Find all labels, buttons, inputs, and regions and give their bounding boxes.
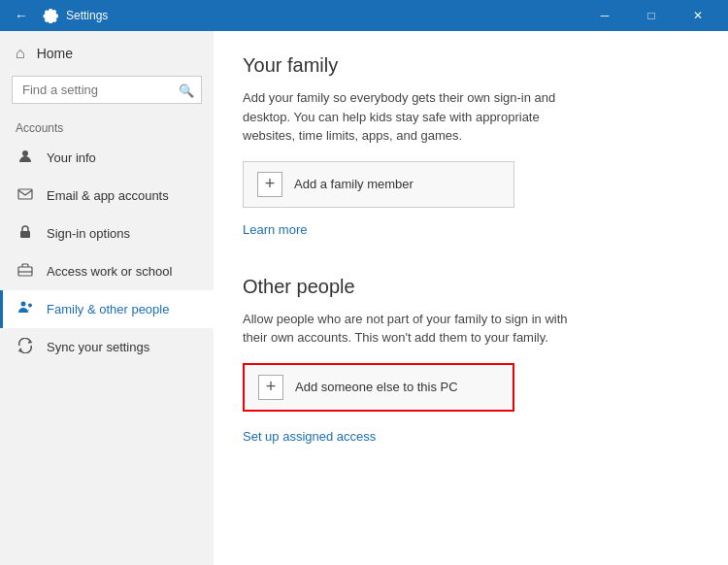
family-description: Add your family so everybody gets their … bbox=[243, 88, 592, 146]
other-people-section: Other people Allow people who are not pa… bbox=[243, 276, 699, 444]
your-info-icon bbox=[16, 149, 35, 167]
svg-point-5 bbox=[21, 302, 26, 307]
content-area: Your family Add your family so everybody… bbox=[214, 31, 728, 565]
access-work-label: Access work or school bbox=[47, 264, 172, 279]
add-someone-button[interactable]: + Add someone else to this PC bbox=[243, 363, 514, 412]
home-icon: ⌂ bbox=[16, 45, 25, 62]
email-icon bbox=[16, 186, 35, 205]
svg-point-0 bbox=[22, 150, 28, 156]
sidebar-item-family[interactable]: Family & other people bbox=[0, 290, 214, 328]
settings-app-icon bbox=[41, 6, 60, 25]
sync-label: Sync your settings bbox=[47, 340, 149, 354]
minimize-button[interactable]: ─ bbox=[582, 0, 627, 31]
maximize-button[interactable]: □ bbox=[629, 0, 674, 31]
other-people-title: Other people bbox=[243, 276, 699, 298]
family-title: Your family bbox=[243, 54, 699, 77]
sidebar-item-your-info[interactable]: Your info bbox=[0, 139, 214, 177]
close-button[interactable]: ✕ bbox=[676, 0, 720, 31]
search-box: 🔍 bbox=[12, 76, 202, 104]
svg-point-6 bbox=[28, 304, 32, 308]
add-family-button[interactable]: + Add a family member bbox=[243, 161, 514, 208]
learn-more-link[interactable]: Learn more bbox=[243, 222, 307, 237]
lock-icon bbox=[16, 224, 35, 243]
family-icon bbox=[16, 300, 35, 318]
set-access-link[interactable]: Set up assigned access bbox=[243, 429, 376, 444]
email-label: Email & app accounts bbox=[47, 188, 169, 203]
briefcase-icon bbox=[16, 262, 35, 281]
add-family-plus-icon: + bbox=[257, 172, 282, 197]
home-label: Home bbox=[37, 46, 73, 61]
add-someone-label: Add someone else to this PC bbox=[295, 380, 458, 394]
add-someone-plus-icon: + bbox=[258, 375, 283, 400]
app-body: ⌂ Home 🔍 Accounts Your info Email & app … bbox=[0, 31, 728, 565]
title-bar: ← Settings ─ □ ✕ bbox=[0, 0, 728, 31]
app-title: Settings bbox=[66, 9, 582, 22]
sidebar-item-sync[interactable]: Sync your settings bbox=[0, 328, 214, 366]
sidebar-item-sign-in[interactable]: Sign-in options bbox=[0, 215, 214, 252]
sign-in-label: Sign-in options bbox=[47, 226, 130, 241]
accounts-section-label: Accounts bbox=[0, 116, 214, 139]
sidebar-item-access-work[interactable]: Access work or school bbox=[0, 252, 214, 290]
sidebar: ⌂ Home 🔍 Accounts Your info Email & app … bbox=[0, 31, 214, 565]
back-button[interactable]: ← bbox=[8, 2, 35, 29]
window-controls: ─ □ ✕ bbox=[582, 0, 720, 31]
family-label: Family & other people bbox=[47, 302, 169, 316]
search-icon: 🔍 bbox=[179, 83, 194, 97]
other-people-description: Allow people who are not part of your fa… bbox=[243, 310, 592, 348]
add-family-label: Add a family member bbox=[294, 177, 414, 191]
your-info-label: Your info bbox=[47, 150, 96, 165]
svg-rect-1 bbox=[18, 189, 32, 199]
search-input[interactable] bbox=[12, 76, 202, 104]
family-section: Your family Add your family so everybody… bbox=[243, 54, 699, 260]
sidebar-item-email-app[interactable]: Email & app accounts bbox=[0, 177, 214, 215]
sidebar-item-home[interactable]: ⌂ Home bbox=[0, 31, 214, 76]
svg-rect-2 bbox=[20, 231, 30, 238]
sync-icon bbox=[16, 338, 35, 356]
